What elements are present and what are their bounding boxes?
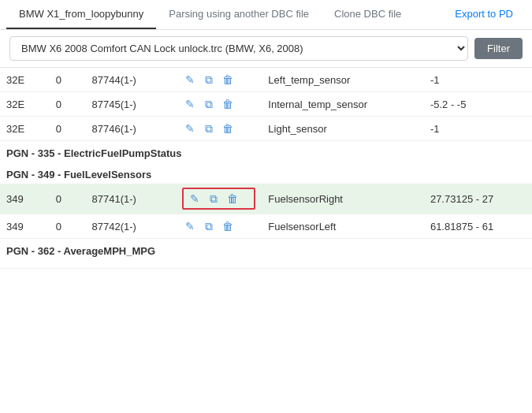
cell-num: 0 (50, 92, 86, 117)
cell-name (262, 260, 424, 269)
cell-val: 87746(1-) (85, 117, 175, 141)
delete-icon[interactable]: 🗑 (220, 72, 236, 87)
edit-icon[interactable]: ✎ (182, 121, 198, 136)
copy-icon[interactable]: ⧉ (201, 121, 217, 136)
icon-group: ✎ ⧉ 🗑 (182, 218, 256, 234)
cell-range: -1 (424, 117, 532, 141)
cell-val: 87745(1-) (85, 92, 175, 117)
tab-bar: BMW X1_from_loopybunny Parsing using ano… (0, 0, 532, 30)
section-label: PGN - 349 - FuelLevelSensors (0, 162, 532, 184)
cell-val (85, 260, 175, 269)
icon-group: ✎ ⧉ 🗑 (182, 121, 256, 136)
edit-icon[interactable]: ✎ (182, 218, 198, 234)
cell-name: Light_sensor (262, 117, 424, 141)
table-container: 32E 0 87744(1-) ✎ ⧉ 🗑 Left_temp_sensor -… (0, 68, 532, 410)
cell-val: 87741(1-) (85, 184, 175, 214)
cell-num: 0 (50, 214, 86, 239)
section-label: PGN - 362 - AverageMPH_MPG (0, 239, 532, 261)
filter-button[interactable]: Filter (474, 38, 523, 59)
table-row: 349 0 87742(1-) ✎ ⧉ 🗑 FuelsensorLeft 61.… (0, 214, 532, 239)
cell-id: 32E (0, 117, 50, 141)
table-row-highlighted: 349 0 87741(1-) ✎ ⧉ 🗑 FuelsensorRight 27… (0, 184, 532, 214)
table-row: 32E 0 87744(1-) ✎ ⧉ 🗑 Left_temp_sensor -… (0, 68, 532, 92)
cell-icons: ✎ ⧉ 🗑 (176, 117, 262, 141)
copy-icon[interactable]: ⧉ (206, 191, 221, 206)
cell-icons: ✎ ⧉ 🗑 (176, 68, 262, 92)
copy-icon[interactable]: ⧉ (201, 218, 217, 234)
cell-id: 349 (0, 214, 50, 239)
tab-parsing[interactable]: Parsing using another DBC file (156, 0, 322, 29)
cell-icons: ✎ ⧉ 🗑 (176, 184, 262, 214)
section-header-349: PGN - 349 - FuelLevelSensors (0, 162, 532, 184)
file-select[interactable]: BMW X6 2008 Comfort CAN Lock unlock.trc … (9, 36, 468, 61)
icon-group: ✎ ⧉ 🗑 (182, 96, 256, 112)
cell-num: 0 (50, 184, 86, 214)
delete-icon[interactable]: 🗑 (225, 191, 240, 206)
table-row: 32E 0 87746(1-) ✎ ⧉ 🗑 Light_sensor -1 (0, 117, 532, 141)
delete-icon[interactable]: 🗑 (220, 96, 236, 112)
section-label: PGN - 335 - ElectricFuelPumpStatus (0, 141, 532, 163)
delete-icon[interactable]: 🗑 (220, 218, 236, 234)
cell-id: 32E (0, 92, 50, 117)
cell-icons: ✎ ⧉ 🗑 (176, 214, 262, 239)
cell-num (50, 260, 86, 269)
section-header-335: PGN - 335 - ElectricFuelPumpStatus (0, 141, 532, 163)
edit-icon[interactable]: ✎ (182, 96, 198, 112)
cell-val: 87744(1-) (85, 68, 175, 92)
table-row-empty (0, 260, 532, 269)
edit-icon[interactable]: ✎ (182, 72, 198, 87)
cell-num: 0 (50, 117, 86, 141)
section-header-362: PGN - 362 - AverageMPH_MPG (0, 239, 532, 261)
cell-name: Internal_temp_sensor (262, 92, 424, 117)
delete-icon[interactable]: 🗑 (220, 121, 236, 136)
icon-group-highlighted: ✎ ⧉ 🗑 (182, 188, 256, 210)
cell-id: 32E (0, 68, 50, 92)
table-row: 32E 0 87745(1-) ✎ ⧉ 🗑 Internal_temp_sens… (0, 92, 532, 117)
cell-name: FuelsensorLeft (262, 214, 424, 239)
cell-name: Left_temp_sensor (262, 68, 424, 92)
icon-group: ✎ ⧉ 🗑 (182, 72, 256, 87)
tab-bmw[interactable]: BMW X1_from_loopybunny (6, 0, 156, 29)
cell-name: FuelsensorRight (262, 184, 424, 214)
cell-id: 349 (0, 184, 50, 214)
cell-range: 61.81875 - 61 (424, 214, 532, 239)
cell-range: -5.2 - -5 (424, 92, 532, 117)
tab-export[interactable]: Export to PD (442, 0, 526, 29)
copy-icon[interactable]: ⧉ (201, 72, 217, 87)
data-table: 32E 0 87744(1-) ✎ ⧉ 🗑 Left_temp_sensor -… (0, 68, 532, 269)
cell-val: 87742(1-) (85, 214, 175, 239)
cell-range (424, 260, 532, 269)
tab-clone[interactable]: Clone DBC file (322, 0, 414, 29)
cell-num: 0 (50, 68, 86, 92)
cell-id (0, 260, 50, 269)
cell-icons (176, 260, 262, 269)
toolbar: BMW X6 2008 Comfort CAN Lock unlock.trc … (0, 30, 532, 68)
cell-icons: ✎ ⧉ 🗑 (176, 92, 262, 117)
copy-icon[interactable]: ⧉ (201, 96, 217, 112)
edit-icon[interactable]: ✎ (187, 191, 203, 206)
cell-range: 27.73125 - 27 (424, 184, 532, 214)
cell-range: -1 (424, 68, 532, 92)
